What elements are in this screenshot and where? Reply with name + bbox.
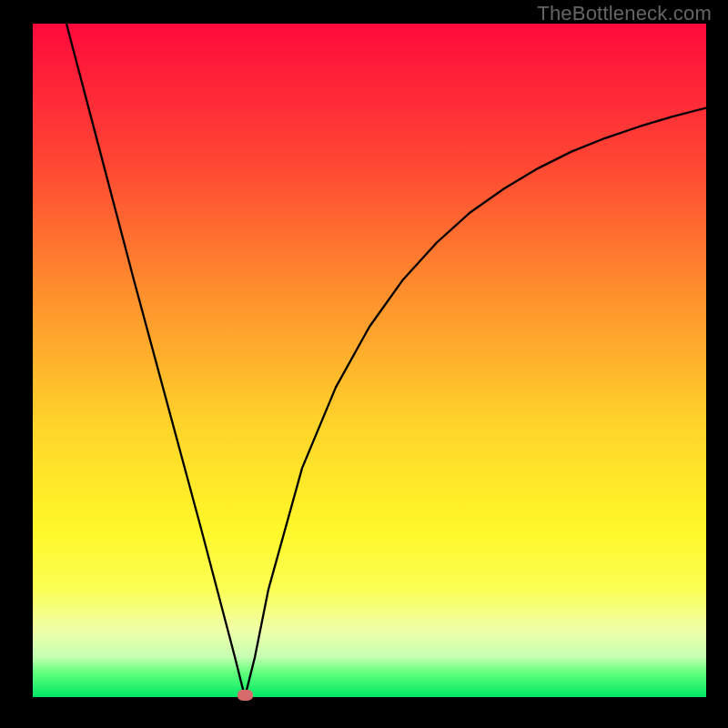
plot-area (33, 24, 706, 697)
minimum-marker (238, 690, 253, 701)
watermark-text: TheBottleneck.com (537, 2, 712, 25)
gradient-background (33, 24, 706, 697)
chart-svg (33, 24, 706, 697)
chart-container: TheBottleneck.com (0, 0, 728, 728)
